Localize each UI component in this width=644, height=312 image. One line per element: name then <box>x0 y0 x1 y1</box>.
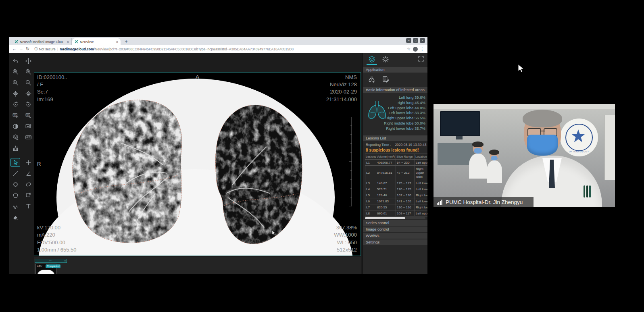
series-bar-dots: ••• <box>49 260 52 262</box>
invert-icon[interactable] <box>10 122 20 131</box>
table-cell: L8 <box>365 210 376 216</box>
video-call-window: OF RADIOLOGY <box>434 104 615 207</box>
table-cell: 409206.77 <box>376 160 396 166</box>
lesion-row[interactable]: L7820.55130 ~ 136Right lower lobe <box>365 204 428 210</box>
wl-preset-icon[interactable]: W/L <box>10 111 20 120</box>
wl-arrow-icon[interactable]: W/L <box>23 111 33 120</box>
table-cell: L4 <box>365 186 376 192</box>
lesion-row[interactable]: L61671.83141 ~ 165Left lower lobe <box>365 198 428 204</box>
table-cell: Right upper lobe; <box>415 166 428 180</box>
rotate-ccw-icon[interactable] <box>23 100 33 109</box>
new-tab-button[interactable]: + <box>123 39 129 44</box>
orientation-anterior-label: A <box>34 73 361 81</box>
table-cell: 523.71 <box>376 186 396 192</box>
ct-viewport[interactable]: ID:0200100.. / F Se:7 Im:169 NMS NeuViz … <box>34 72 361 256</box>
text-icon[interactable] <box>23 202 33 210</box>
security-label: Not secure <box>39 47 56 51</box>
url-path: /NeuView/pc/?r=2039#86EC04F645FC950D2114… <box>94 47 294 51</box>
lesion-row[interactable]: L5129.46167 ~ 170Right lower lobe <box>365 192 428 198</box>
rect-icon[interactable] <box>23 191 33 200</box>
application-section-header[interactable]: Application <box>363 67 427 73</box>
tool-group: W/LW/L <box>10 56 34 152</box>
pointer-icon[interactable] <box>10 158 20 167</box>
series-bar-close-icon[interactable]: × <box>64 260 66 262</box>
wwwl-section[interactable]: WW/WL <box>363 233 427 239</box>
doctor-hair <box>523 110 562 127</box>
reload-icon[interactable]: ↻ <box>26 45 29 53</box>
application-icons-row <box>363 73 427 85</box>
url-input[interactable]: ⓘ Not secure | medimagecloud.com/NeuView… <box>32 46 404 52</box>
flip-h-icon[interactable] <box>10 89 20 98</box>
tab-neusoft-cloud[interactable]: Neusoft Medical Image Cloud Pl × <box>12 38 72 45</box>
zoom-in-icon[interactable] <box>10 78 20 87</box>
lesion-row[interactable]: L1409206.7764 ~ 230Left upper lobe <box>365 160 428 166</box>
close-button[interactable]: × <box>420 38 425 43</box>
chip-divider: | <box>57 47 58 51</box>
orientation-right-label: R <box>37 160 41 168</box>
undo-icon[interactable] <box>10 56 20 65</box>
svg-text:W/L: W/L <box>26 114 30 116</box>
forward-icon[interactable]: → <box>19 45 23 53</box>
series-control-section[interactable]: Series control <box>363 220 427 226</box>
layers-tab-icon[interactable] <box>368 55 376 63</box>
cine-icon[interactable] <box>23 122 33 131</box>
polygon-icon[interactable] <box>10 191 20 200</box>
lung-stat-line: Left upper lobe 44.8% <box>384 106 425 111</box>
pan-icon[interactable] <box>23 56 33 65</box>
left-toolbar: W/LW/L <box>10 56 34 227</box>
back-icon[interactable]: ← <box>12 45 17 53</box>
tab-close-icon[interactable]: × <box>116 40 118 44</box>
table-horizontal-scrollbar[interactable] <box>365 217 425 219</box>
basic-info-section-header[interactable]: Basic information of infected areas <box>363 87 427 93</box>
lesion-row[interactable]: L8695.01109 ~ 117Left upper lobe <box>365 210 428 216</box>
zoom-out-icon[interactable] <box>23 78 33 87</box>
info-icon: ⓘ <box>34 47 38 52</box>
tab-close-icon[interactable]: × <box>67 40 69 44</box>
crosshair-icon[interactable] <box>23 158 33 167</box>
table-cell: 47 ~ 212 <box>396 166 415 180</box>
tab-neuview[interactable]: NeuView × <box>72 38 121 45</box>
scrollbar-thumb[interactable] <box>365 217 405 219</box>
lesions-section-header[interactable]: Lesions List <box>363 135 427 141</box>
lung-analysis-icon[interactable] <box>368 75 375 83</box>
histogram-icon[interactable] <box>10 144 20 152</box>
maximize-button[interactable]: □ <box>413 38 418 43</box>
table-cell: 141 ~ 165 <box>396 198 415 204</box>
status-badge: Completed <box>46 264 60 268</box>
scale-ruler <box>348 117 352 206</box>
eraser-icon[interactable] <box>10 212 20 221</box>
settings-section[interactable]: Settings <box>363 239 427 245</box>
report-edit-icon[interactable] <box>382 75 390 83</box>
flip-v-icon[interactable] <box>23 89 33 98</box>
zoom-region-icon[interactable] <box>23 67 33 76</box>
profile-avatar[interactable] <box>413 47 418 52</box>
series-strip-toggle[interactable]: ••• × <box>35 259 67 263</box>
browser-menu-icon[interactable]: ⋮ <box>420 47 424 51</box>
diamond-icon[interactable] <box>10 180 20 189</box>
layers-add-icon[interactable] <box>10 133 20 141</box>
minimize-button[interactable]: − <box>406 38 411 43</box>
reporting-time-label: Reporting Time : <box>366 143 391 147</box>
angle-icon[interactable] <box>23 169 33 178</box>
zoom-percent-icon[interactable] <box>10 67 20 76</box>
table-cell: Left upper lobe <box>415 160 428 166</box>
image-control-section[interactable]: Image control <box>363 227 427 232</box>
security-chip[interactable]: ⓘ Not secure <box>34 47 56 52</box>
bookmark-star-icon[interactable]: ☆ <box>407 47 411 51</box>
lesion-row[interactable]: L2547916.8147 ~ 212Right upper lobe; <box>365 166 428 180</box>
series-thumbnail[interactable]: Se:7 Completed 294/294 <box>35 264 56 274</box>
line-icon[interactable] <box>10 169 20 178</box>
rotate-cw-icon[interactable] <box>10 100 20 109</box>
browser-window: Neusoft Medical Image Cloud Pl × NeuView… <box>9 37 427 273</box>
url-text: medimagecloud.com/NeuView/pc/?r=2039#86E… <box>60 47 294 51</box>
ct-image <box>34 73 361 256</box>
browser-address-bar: ← → ↻ ⓘ Not secure | medimagecloud.com/N… <box>9 45 427 53</box>
fullscreen-icon[interactable] <box>417 55 425 62</box>
spline-icon[interactable] <box>10 202 20 210</box>
analysis-settings-icon[interactable] <box>381 55 390 63</box>
ellipse-icon[interactable] <box>23 180 33 189</box>
lesion-row[interactable]: L4523.71170 ~ 175Left lower lobe <box>365 186 428 192</box>
tag-icon[interactable] <box>23 133 33 141</box>
lesion-row[interactable]: L3149.07175 ~ 177Left lower lobe <box>365 180 428 186</box>
table-cell: 820.55 <box>376 204 396 210</box>
